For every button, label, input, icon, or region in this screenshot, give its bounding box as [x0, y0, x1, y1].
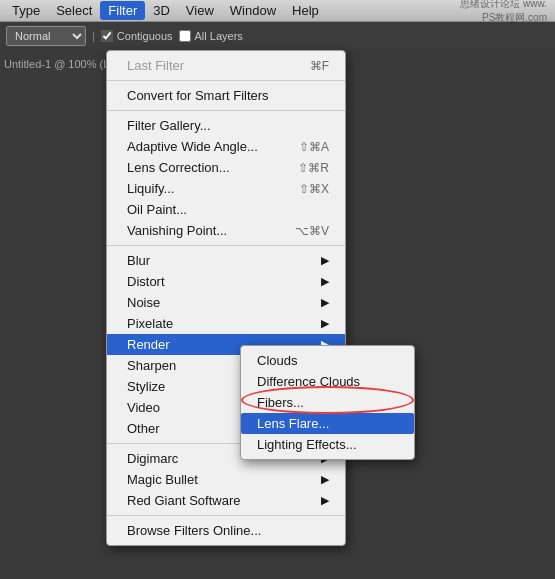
- submenu-lighting-effects[interactable]: Lighting Effects...: [241, 434, 414, 455]
- submenu-lens-flare[interactable]: Lens Flare...: [241, 413, 414, 434]
- submenu-fibers[interactable]: Fibers...: [241, 392, 414, 413]
- submenu-clouds[interactable]: Clouds: [241, 350, 414, 371]
- menu-browse-filters[interactable]: Browse Filters Online...: [107, 520, 345, 541]
- all-layers-label: All Layers: [195, 30, 243, 42]
- all-layers-group: All Layers: [179, 30, 243, 42]
- separator-3: [107, 245, 345, 246]
- all-layers-checkbox[interactable]: [179, 30, 191, 42]
- menu-lens-correction[interactable]: Lens Correction... ⇧⌘R: [107, 157, 345, 178]
- canvas-area: Untitled-1 @ 100% (La... Last Filter ⌘F …: [0, 50, 555, 579]
- menu-select[interactable]: Select: [48, 1, 100, 20]
- menu-vanishing-point[interactable]: Vanishing Point... ⌥⌘V: [107, 220, 345, 241]
- menu-window[interactable]: Window: [222, 1, 284, 20]
- menu-distort[interactable]: Distort ▶: [107, 271, 345, 292]
- contiguous-group: Contiguous: [101, 30, 173, 42]
- menu-red-giant[interactable]: Red Giant Software ▶: [107, 490, 345, 511]
- menu-pixelate[interactable]: Pixelate ▶: [107, 313, 345, 334]
- filter-menu: Last Filter ⌘F Convert for Smart Filters…: [106, 50, 346, 546]
- menu-filter[interactable]: Filter: [100, 1, 145, 20]
- menu-adaptive-wide[interactable]: Adaptive Wide Angle... ⇧⌘A: [107, 136, 345, 157]
- menu-3d[interactable]: 3D: [145, 1, 178, 20]
- menu-last-filter[interactable]: Last Filter ⌘F: [107, 55, 345, 76]
- main-area: Untitled-1 @ 100% (La... Last Filter ⌘F …: [0, 50, 555, 579]
- menu-magic-bullet[interactable]: Magic Bullet ▶: [107, 469, 345, 490]
- menu-type[interactable]: Type: [4, 1, 48, 20]
- arrow-icon: ▶: [321, 473, 329, 486]
- watermark-text: 思绪设计论坛 www.PS教程网.com: [456, 0, 551, 27]
- menu-bar: Type Select Filter 3D View Window Help 思…: [0, 0, 555, 22]
- arrow-icon: ▶: [321, 494, 329, 507]
- arrow-icon: ▶: [321, 275, 329, 288]
- arrow-icon: ▶: [321, 254, 329, 267]
- toolbar-separator: |: [92, 30, 95, 42]
- menu-blur[interactable]: Blur ▶: [107, 250, 345, 271]
- contiguous-checkbox[interactable]: [101, 30, 113, 42]
- menu-filter-gallery[interactable]: Filter Gallery...: [107, 115, 345, 136]
- separator-1: [107, 80, 345, 81]
- separator-2: [107, 110, 345, 111]
- menu-liquify[interactable]: Liquify... ⇧⌘X: [107, 178, 345, 199]
- contiguous-label: Contiguous: [117, 30, 173, 42]
- menu-help[interactable]: Help: [284, 1, 327, 20]
- mode-select[interactable]: Normal: [6, 26, 86, 46]
- menu-view[interactable]: View: [178, 1, 222, 20]
- menu-convert-smart[interactable]: Convert for Smart Filters: [107, 85, 345, 106]
- render-submenu: Clouds Difference Clouds Fibers... Lens …: [240, 345, 415, 460]
- separator-5: [107, 515, 345, 516]
- arrow-icon: ▶: [321, 317, 329, 330]
- submenu-difference-clouds[interactable]: Difference Clouds: [241, 371, 414, 392]
- menu-oil-paint[interactable]: Oil Paint...: [107, 199, 345, 220]
- arrow-icon: ▶: [321, 296, 329, 309]
- menu-noise[interactable]: Noise ▶: [107, 292, 345, 313]
